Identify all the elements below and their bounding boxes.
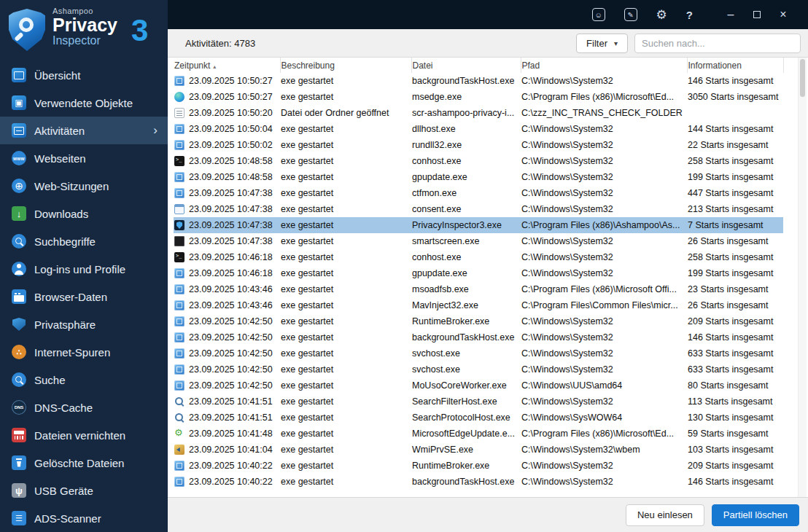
- product-name-line2: Inspector: [53, 34, 117, 47]
- table-row[interactable]: 23.09.2025 10:42:50exe gestartetRuntimeB…: [174, 313, 783, 329]
- sidebar-item-browser-daten[interactable]: Browser-Daten: [0, 283, 168, 310]
- table-row[interactable]: 23.09.2025 10:42:50exe gestartetbackgrou…: [174, 329, 783, 345]
- sidebar-item-logins-und-profile[interactable]: Log-ins und Profile: [0, 255, 168, 283]
- table-row[interactable]: 23.09.2025 10:41:48exe gestartetMicrosof…: [174, 426, 783, 442]
- cell-file: gpupdate.exe: [411, 265, 521, 281]
- table-row[interactable]: 23.09.2025 10:46:18exe gestartetgpupdate…: [174, 265, 783, 281]
- app-window-icon: [174, 300, 184, 310]
- table-row[interactable]: 23.09.2025 10:50:27exe gestartetmsedge.e…: [174, 89, 783, 105]
- search-input[interactable]: [634, 34, 801, 53]
- sidebar-item-ads-scanner[interactable]: ADS-Scanner: [0, 504, 168, 532]
- cell-timestamp: 23.09.2025 10:43:46: [189, 284, 273, 294]
- vertical-scrollbar[interactable]: [798, 58, 807, 497]
- cell-file: SearchFilterHost.exe: [411, 394, 521, 410]
- cell-file: scr-ashampoo-privacy-i...: [411, 105, 521, 121]
- sidebar-item-uebersicht[interactable]: Übersicht: [0, 61, 168, 89]
- survey-icon[interactable]: ✎: [624, 8, 637, 21]
- minimize-button[interactable]: –: [718, 8, 744, 21]
- sidebar-item-label: Web-Sitzungen: [34, 180, 109, 192]
- cell-info: 199 Starts insgesamt: [687, 265, 783, 281]
- sidebar-item-downloads[interactable]: Downloads: [0, 200, 168, 227]
- cell-path: C:\zzz_INC_TRANS_CHECK_FOLDER: [521, 105, 687, 121]
- table-row[interactable]: 23.09.2025 10:47:38exe gestartetsmartscr…: [174, 233, 783, 249]
- maximize-button[interactable]: [744, 11, 770, 18]
- sidebar-item-internet-spuren[interactable]: Internet-Spuren: [0, 338, 168, 366]
- cell-path: C:\Windows\System32: [521, 137, 687, 153]
- table-row[interactable]: 23.09.2025 10:47:38exe gestartetconsent.…: [174, 201, 783, 217]
- cell-description: exe gestartet: [280, 426, 411, 442]
- cell-path: C:\Windows\System32: [521, 361, 687, 378]
- sidebar-item-dateien-vernichten[interactable]: Dateien vernichten: [0, 421, 168, 449]
- feedback-icon[interactable]: ☺: [592, 8, 605, 21]
- column-header-informationen[interactable]: Informationen: [687, 58, 783, 73]
- table-row[interactable]: 23.09.2025 10:50:02exe gestartetrundll32…: [174, 137, 783, 153]
- sidebar-item-label: Privatsphäre: [34, 318, 96, 331]
- sidebar-item-usb-geraete[interactable]: USB Geräte: [0, 477, 168, 504]
- table-row[interactable]: 23.09.2025 10:50:27exe gestartetbackgrou…: [174, 73, 783, 89]
- cell-description: exe gestartet: [280, 89, 411, 105]
- cell-file: smartscreen.exe: [411, 233, 521, 249]
- table-row[interactable]: 23.09.2025 10:41:51exe gestartetSearchPr…: [174, 410, 783, 426]
- table-row[interactable]: 23.09.2025 10:47:38exe gestartetPrivacyI…: [174, 217, 783, 233]
- sidebar-item-webseiten[interactable]: Webseiten: [0, 144, 168, 172]
- table-row[interactable]: 23.09.2025 10:48:58exe gestartetconhost.…: [174, 153, 783, 169]
- column-header-pfad[interactable]: Pfad: [521, 58, 687, 73]
- cell-file: conhost.exe: [411, 249, 521, 265]
- table-row[interactable]: 23.09.2025 10:41:51exe gestartetSearchFi…: [174, 394, 783, 410]
- column-header-zeitpunkt[interactable]: Zeitpunkt▴: [174, 58, 280, 73]
- terminal-icon: [174, 156, 184, 166]
- table-row[interactable]: 23.09.2025 10:43:46exe gestartetMavInjec…: [174, 297, 783, 313]
- table-row[interactable]: 23.09.2025 10:48:58exe gestartetgpupdate…: [174, 169, 783, 185]
- sidebar-item-verwendete-objekte[interactable]: Verwendete Objekte: [0, 89, 168, 117]
- sidebar-item-privatsphaere[interactable]: Privatsphäre: [0, 310, 168, 338]
- settings-gear-icon[interactable]: ⚙: [656, 7, 667, 23]
- sidebar-item-aktivitaeten[interactable]: Aktivitäten›: [0, 117, 168, 144]
- cell-info: 633 Starts insgesamt: [687, 361, 783, 378]
- sidebar-item-suchbegriffe[interactable]: Suchbegriffe: [0, 227, 168, 255]
- footer-bar: Neu einlesen Partiell löschen: [168, 497, 808, 532]
- cell-file: backgroundTaskHost.exe: [411, 474, 521, 490]
- table-row[interactable]: 23.09.2025 10:41:04exe gestartetWmiPrvSE…: [174, 442, 783, 458]
- cell-info: 258 Starts insgesamt: [687, 153, 783, 169]
- cell-file: MicrosoftEdgeUpdate.e...: [411, 426, 521, 442]
- cell-description: exe gestartet: [280, 410, 411, 426]
- table-row[interactable]: 23.09.2025 10:42:50exe gestartetsvchost.…: [174, 345, 783, 361]
- table-row[interactable]: 23.09.2025 10:40:22exe gestartetbackgrou…: [174, 474, 783, 490]
- close-button[interactable]: ×: [770, 8, 796, 21]
- sidebar-item-label: Verwendete Objekte: [34, 97, 133, 109]
- table-row[interactable]: 23.09.2025 10:43:46exe gestartetmsoadfsb…: [174, 281, 783, 297]
- table-row[interactable]: 23.09.2025 10:50:20Datei oder Ordner geö…: [174, 105, 783, 121]
- cell-file: MoUsoCoreWorker.exe: [411, 378, 521, 394]
- table-row[interactable]: 23.09.2025 10:46:18exe gestartetconhost.…: [174, 249, 783, 265]
- table-row[interactable]: 23.09.2025 10:42:50exe gestartetsvchost.…: [174, 361, 783, 378]
- cell-info: 3050 Starts insgesamt: [687, 89, 783, 105]
- column-header-datei[interactable]: Datei: [411, 58, 521, 73]
- sidebar-item-web-sitzungen[interactable]: Web-Sitzungen: [0, 172, 168, 200]
- cell-path: C:\Windows\System32: [521, 185, 687, 201]
- objects-icon: [12, 95, 26, 110]
- cell-info: 447 Starts insgesamt: [687, 185, 783, 201]
- sidebar-item-suche[interactable]: Suche: [0, 366, 168, 394]
- column-header-beschreibung[interactable]: Beschreibung: [280, 58, 411, 73]
- cell-description: exe gestartet: [280, 458, 411, 474]
- cell-file: msoadfsb.exe: [411, 281, 521, 297]
- sidebar-item-geloeschte-dateien[interactable]: Gelöschte Dateien: [0, 449, 168, 477]
- trash-icon: [12, 455, 26, 470]
- product-name-line1: Privacy: [53, 15, 117, 34]
- sidebar-item-label: ADS-Scanner: [34, 512, 101, 525]
- table-row[interactable]: 23.09.2025 10:40:22exe gestartetRuntimeB…: [174, 458, 783, 474]
- table-row[interactable]: 23.09.2025 10:42:50exe gestartetMoUsoCor…: [174, 378, 783, 394]
- magnifier-icon: [19, 17, 34, 32]
- app-window-icon: [174, 188, 184, 198]
- table-row[interactable]: 23.09.2025 10:47:38exe gestartetctfmon.e…: [174, 185, 783, 201]
- table-row[interactable]: 23.09.2025 10:50:04exe gestartetdllhost.…: [174, 121, 783, 137]
- partial-delete-button[interactable]: Partiell löschen: [712, 504, 799, 526]
- filter-button[interactable]: Filter ▾: [576, 34, 628, 53]
- reload-button[interactable]: Neu einlesen: [626, 504, 704, 526]
- sidebar-item-dns-cache[interactable]: DNS-Cache: [0, 394, 168, 421]
- scrollbar-thumb[interactable]: [800, 59, 805, 97]
- cell-timestamp: 23.09.2025 10:46:18: [189, 268, 273, 278]
- cell-info: 199 Starts insgesamt: [687, 169, 783, 185]
- gear-icon: [174, 429, 184, 439]
- help-icon[interactable]: ?: [686, 9, 693, 21]
